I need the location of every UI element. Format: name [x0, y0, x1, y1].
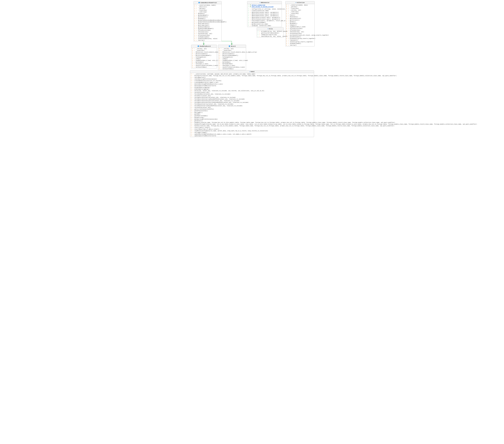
- method-row: #▸offsetExists(key): [194, 29, 221, 31]
- method-row: #▸fetchRecordsIntoArray(select_obj, rela…: [190, 97, 314, 98]
- method-row: #▸getModel(): [194, 18, 221, 19]
- class-Record: 🔷 Record #▸__set(key, val) #▸__unset(key…: [218, 45, 246, 70]
- method-row: #▸offsetExists(key): [286, 28, 314, 29]
- method-row: #▸getIterator(): [286, 19, 314, 21]
- class-title: DBConnector: [261, 2, 270, 3]
- method-row: +▸dbFetchValue(select_query, parameters): [247, 18, 282, 20]
- method-row: +▸getClosureFromCallable(): [257, 32, 284, 34]
- method-row: #▸saveInTransaction(data_2_save): [191, 65, 217, 66]
- class-icon-model: ●: [249, 71, 250, 73]
- method-row: #▸__destruct(): [194, 6, 221, 8]
- method-row: #▸offsetUnset(key): [286, 33, 314, 34]
- method-row: #▸__isset(key): [194, 9, 221, 11]
- class-body-Record: #▸__set(key, val) #▸__unset(key) #▸delet…: [218, 48, 246, 70]
- method-row: #▸getColVals(col): [286, 18, 314, 19]
- method-row: #▸getModel(): [286, 23, 314, 24]
- method-row: #▸getQueryLogForAllInstances(obj): [190, 118, 314, 120]
- class-body-CommonRecordCodeTrait: #▸__construct(data, model) #▸__destruct(…: [194, 4, 221, 41]
- method-row: #▸offsetSet(key, val): [286, 31, 314, 33]
- method-row: #▸__unset(key): [218, 50, 246, 51]
- method-row: #▸markAsNew(): [218, 61, 246, 63]
- class-icon-record: 🔷: [229, 45, 230, 47]
- class-Model: ● Model #▸__construct(dsn, username, pas…: [190, 70, 314, 137]
- class-Utils: ● Utils +▸arrayGet(array, key, default_v…: [257, 27, 284, 37]
- method-row: +▸create(connection_name): [247, 10, 282, 12]
- method-row: #▸getData(): [194, 13, 221, 15]
- diagram-canvas: 🔷 CommonRecordCodeTrait #▸__construct(da…: [189, 0, 315, 138]
- method-row: #▸getInitialData(): [218, 53, 246, 55]
- method-row: #▸createNewRecord(col_names_n_val): [190, 82, 314, 83]
- method-row: #▸removeAll(): [286, 39, 314, 41]
- method-row: #▸getKey(): [286, 21, 314, 23]
- class-icon-collection: ●: [295, 2, 296, 3]
- method-row: #▸canLogQueries(): [190, 76, 314, 78]
- method-row: #▸postSaveAll(save_all_result, group_ins…: [286, 34, 314, 36]
- class-body-ReadOnlyRecord: #▸__set(key, val) #▸__unset(key) #▸delet…: [191, 48, 217, 68]
- method-row: #▸markAsNotNew(): [218, 63, 246, 65]
- method-row: #▸hasMany(relation_name, foreign_key_col…: [190, 122, 314, 123]
- class-icon: ●: [259, 2, 260, 3]
- class-body-Model: #▸__construct(dsn, username, passwd, pdo…: [190, 73, 314, 137]
- method-row: #▸save(data_2_save): [218, 65, 246, 66]
- method-row: #▸isChanged(col): [218, 56, 246, 58]
- method-row: #▸save(data_2_save): [191, 63, 217, 65]
- method-row: #▸isNew(): [191, 58, 217, 60]
- method-row: #▸__unset(key): [191, 50, 217, 51]
- method-row: #▸deleteMatchingDbTableRows(cols_n_vals): [190, 83, 314, 85]
- class-Collection: ● Collection #▸__construct(model, data) …: [285, 1, 315, 46]
- method-row: #▸setLogger(logger): [190, 132, 314, 133]
- method-row: +▸dbFetchPairs(select_query, parameters): [247, 17, 282, 18]
- method-row: #▸getNonTableColAndNonRelatedDataByRef(): [194, 21, 221, 23]
- method-row: #▸loadData(data_2_load, cols_2_load): [191, 60, 217, 61]
- class-header-Utils: ● Utils: [257, 28, 284, 30]
- method-row: #▸loadRelationshipData(rel_name, parent_…: [190, 130, 314, 132]
- class-header-Record: 🔷 Record: [218, 45, 246, 48]
- class-title-utils: Utils: [269, 28, 273, 30]
- method-row: +▸isEmptyString(string): [257, 34, 284, 36]
- method-row: #▸updateSpecifiedRecord(record): [190, 135, 314, 137]
- method-row: #▸offsetGet(key): [286, 29, 314, 31]
- method-row: #▸__construct(model, data): [286, 4, 314, 6]
- method-row: #▸getPrimaryCol(): [194, 23, 221, 24]
- method-row: #▸count(): [286, 14, 314, 16]
- method-row: #▸getCurrentConnectionInfo(): [190, 108, 314, 110]
- method-row: #▸deleteAll(): [286, 16, 314, 18]
- method-row: #▸fetchPairs(select_obj): [190, 95, 314, 97]
- method-row: #▸__get(key): [194, 8, 221, 9]
- method-row: #▸fetchRecordsIntoCollection(select_obj,…: [190, 100, 314, 102]
- method-row: #▸saveAll(group_inserts_together): [286, 41, 314, 43]
- method-row: #▸getPrimaryVal(): [194, 24, 221, 26]
- class-DBConnector: ● DBConnector +■DEFAULT_CONNECTION +■NAN…: [247, 1, 282, 27]
- method-row: #▸getInitialDataByRef(): [191, 55, 217, 56]
- method-row: #▸getNonTableColAndNonRelatedData(): [194, 19, 221, 21]
- method-row: #▸fetchRecordsIntoCollectionKeyedOnPkVal…: [190, 102, 314, 103]
- method-row: #▸offsetGet(key): [194, 31, 221, 33]
- class-header-Model: ● Model: [190, 71, 314, 73]
- method-row: #▸belongsTo(relation_name, foreign_key_c…: [190, 75, 314, 76]
- method-row: +▸arrayGet(array, key, default_value): [257, 31, 284, 32]
- method-row: +▸getDb(connection_name): [247, 23, 282, 25]
- method-row: +▸executeQuery(query, parameters, return…: [247, 20, 282, 22]
- method-row: #▸getIterator(): [194, 16, 221, 18]
- method-row: #▸markAsNew(): [191, 61, 217, 63]
- method-row: #▸getInitialData(): [191, 53, 217, 55]
- method-row: #▸__toString(): [286, 11, 314, 13]
- method-row: #▸disableQueryLogging(): [190, 87, 314, 88]
- method-row: #▸hasManyThrough(relation_name, col_in_m…: [190, 123, 314, 125]
- method-row: #▸fetchOneRecord(select_obj, relations_t…: [190, 93, 314, 95]
- method-row: #▸getLogger(): [190, 112, 314, 113]
- method-row: +■NANO_SECOND_TO_SECOND_DIVISOR: [247, 6, 282, 8]
- method-row: #▸fetchValue(select_obj): [190, 107, 314, 108]
- method-row: #▸setStateToNew(): [218, 68, 246, 70]
- method-row: #▸createNewCollection(list_of_records): [190, 80, 314, 82]
- class-body-Utils: +▸arrayGet(array, key, default_value) +▸…: [257, 30, 284, 37]
- method-row: #▸getInitialDataByRef(): [218, 55, 246, 56]
- class-header-DBConnector: ● DBConnector: [247, 1, 282, 4]
- method-row: #▸__set(key, val): [286, 9, 314, 11]
- method-row: #▸fetch(ids, select_obj, relations_to_in…: [190, 90, 314, 92]
- method-row: #▸__construct(data, model): [194, 4, 221, 6]
- method-row: #▸updateMatchingDbTableRows(col_names_n_…: [190, 133, 314, 135]
- method-row: #▸__isset(key): [286, 8, 314, 9]
- method-row: #▸toArray(): [194, 39, 221, 41]
- method-row: #▸insertMany(rows_of_data_2_insert): [190, 128, 314, 130]
